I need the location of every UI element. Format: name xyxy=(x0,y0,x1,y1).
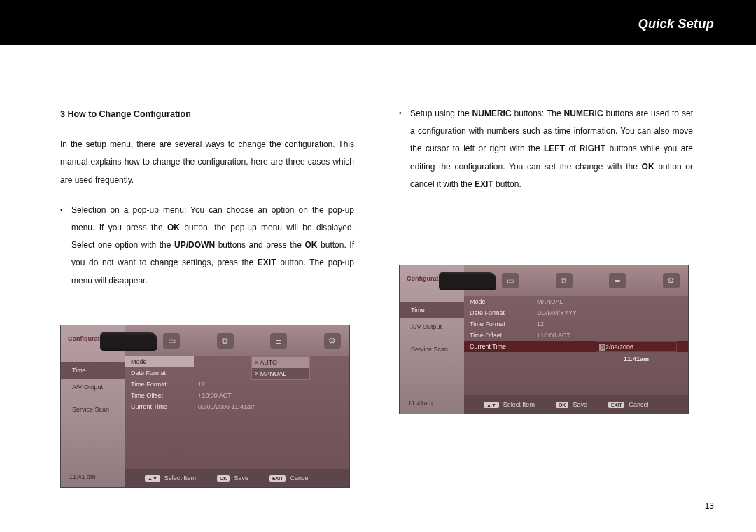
page-number: 13 xyxy=(705,501,714,511)
kbd-exit-icon: EXIT xyxy=(608,402,625,408)
top-iconbar: ▭ ⧉ ≣ ⚙ xyxy=(464,265,688,296)
row-current-time[interactable]: Current Time02/09/2006 11:41am xyxy=(125,401,349,412)
kbd-arrows-icon: ▲▼ xyxy=(145,475,160,482)
settings-panel: Mode Date Format Time Format12 Time Offs… xyxy=(125,356,349,469)
row-time-offset[interactable]: Time Offset+10:00 ACT xyxy=(125,390,349,401)
gear-icon: ⚙ xyxy=(324,333,341,349)
hint-cancel: EXITCancel xyxy=(608,401,649,408)
sidebar-item-av-output[interactable]: A/V Output xyxy=(400,318,464,335)
page-title: Quick Setup xyxy=(638,17,714,31)
kbd-ok-icon: OK xyxy=(217,475,230,482)
right-column: Setup using the NUMERIC buttons: The NUM… xyxy=(399,105,693,193)
hint-select: ▲▼Select Item xyxy=(145,475,196,482)
hint-save: OKSave xyxy=(217,475,248,482)
row-date-format[interactable]: Date FormatDD/MM/YYYY xyxy=(464,307,688,318)
page-content: 3 How to Change Configuration In the set… xyxy=(0,45,756,532)
row-time-format[interactable]: Time Format12 xyxy=(125,379,349,390)
section-heading: 3 How to Change Configuration xyxy=(60,105,354,123)
set-top-box-icon xyxy=(100,332,158,351)
hint-select: ▲▼Select Item xyxy=(484,401,535,408)
hint-cancel: EXITCancel xyxy=(270,475,310,482)
mode-popup[interactable]: > AUTO > MANUAL xyxy=(251,356,310,380)
screenshot-popup-mode: Configuration Time A/V Output Service Sc… xyxy=(60,325,350,488)
row-mode[interactable]: Mode xyxy=(125,356,349,368)
intro-paragraph: In the setup menu, there are several way… xyxy=(60,136,354,189)
popup-option-manual[interactable]: > MANUAL xyxy=(252,368,309,379)
bullet-popup: Selection on a pop-up menu: You can choo… xyxy=(60,202,354,290)
gear-icon: ⚙ xyxy=(663,273,680,288)
sidebar-item-av-output[interactable]: A/V Output xyxy=(61,379,125,396)
devices-icon: ⧉ xyxy=(217,333,234,349)
sidebar-item-service-scan[interactable]: Service Scan xyxy=(400,341,464,358)
cursor-char: 0 xyxy=(599,344,606,351)
sidebar-item-time[interactable]: Time xyxy=(61,362,125,379)
row-mode[interactable]: ModeMANUAL xyxy=(464,296,688,307)
manual-page: Quick Setup 3 How to Change Configuratio… xyxy=(0,0,756,532)
screenshot-numeric-mode: Configuration Time A/V Output Service Sc… xyxy=(399,265,689,414)
left-column: 3 How to Change Configuration In the set… xyxy=(60,105,354,290)
sidebar-item-service-scan[interactable]: Service Scan xyxy=(61,401,125,418)
kbd-exit-icon: EXIT xyxy=(270,475,286,482)
sidebar-clock: 11:41am xyxy=(408,400,433,407)
top-iconbar: ▭ ⧉ ≣ ⚙ xyxy=(125,326,349,356)
hint-save: OKSave xyxy=(556,401,587,408)
hint-bar: ▲▼Select Item OKSave EXITCancel xyxy=(464,396,688,414)
set-top-box-icon xyxy=(439,272,496,290)
row-time-format[interactable]: Time Format12 xyxy=(464,318,688,330)
monitor-icon: ▭ xyxy=(163,333,180,349)
kbd-arrows-icon: ▲▼ xyxy=(484,402,499,408)
row-date-format[interactable]: Date Format xyxy=(125,368,349,379)
popup-option-auto[interactable]: > AUTO xyxy=(252,357,309,368)
date-input-cursor[interactable]: 02/09/2006 xyxy=(596,341,677,352)
time-readout: 11:41am xyxy=(596,354,677,365)
settings-panel: ModeMANUAL Date FormatDD/MM/YYYY Time Fo… xyxy=(464,296,688,396)
monitor-icon: ▭ xyxy=(502,273,519,288)
list-icon: ≣ xyxy=(270,333,287,349)
kbd-ok-icon: OK xyxy=(556,402,569,408)
bullet-numeric: Setup using the NUMERIC buttons: The NUM… xyxy=(399,105,693,193)
page-header: Quick Setup xyxy=(0,0,756,45)
hint-bar: ▲▼Select Item OKSave EXITCancel xyxy=(125,469,349,487)
sidebar-clock: 11:41 am xyxy=(69,473,96,480)
sidebar-item-time[interactable]: Time xyxy=(400,302,464,318)
devices-icon: ⧉ xyxy=(556,273,573,288)
row-time-offset[interactable]: Time Offset+10:00 ACT xyxy=(464,330,688,341)
list-icon: ≣ xyxy=(609,273,626,288)
